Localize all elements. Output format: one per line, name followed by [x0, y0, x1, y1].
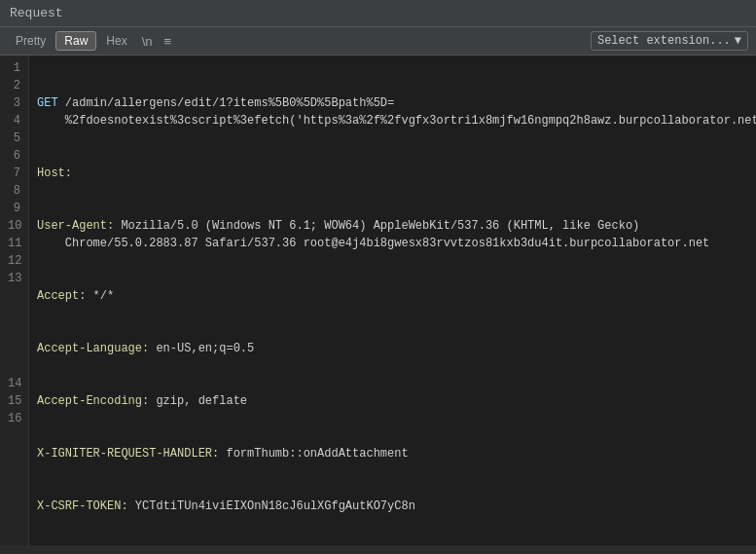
hex-button[interactable]: Hex	[98, 32, 134, 50]
select-extension-label: Select extension...	[597, 34, 731, 48]
content-area[interactable]: 1 2 3 4 5 6 7 8 9 10 11 12 13 14 15 16 G…	[0, 55, 756, 545]
newline-button[interactable]: \n	[137, 32, 158, 51]
pretty-button[interactable]: Pretty	[8, 32, 54, 50]
line-numbers: 1 2 3 4 5 6 7 8 9 10 11 12 13 14 15 16	[0, 55, 29, 545]
chevron-down-icon: ▼	[735, 34, 741, 48]
window-title: Request	[10, 6, 63, 20]
code-lines: GET /admin/allergens/edit/1?items%5B0%5D…	[29, 55, 756, 545]
title-bar: Request	[0, 0, 756, 27]
raw-button[interactable]: Raw	[55, 31, 96, 51]
select-extension-dropdown[interactable]: Select extension... ▼	[591, 31, 748, 51]
menu-button[interactable]: ≡	[160, 32, 177, 51]
toolbar: Pretty Raw Hex \n ≡ Select extension... …	[0, 27, 756, 55]
